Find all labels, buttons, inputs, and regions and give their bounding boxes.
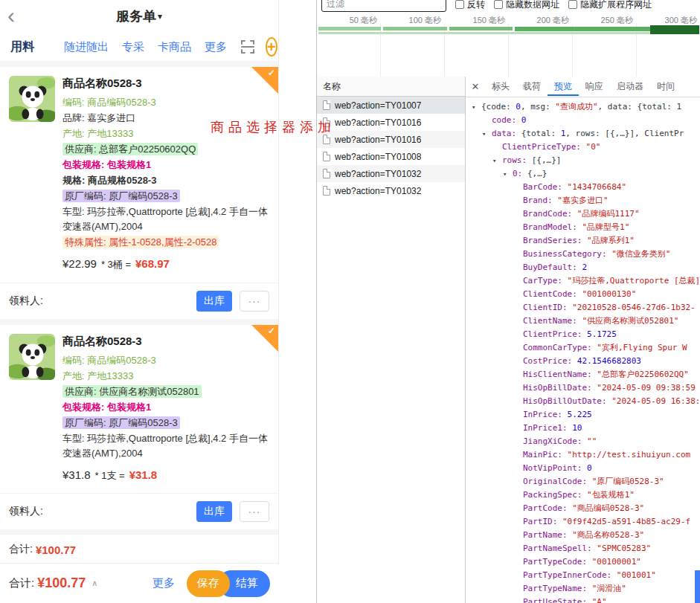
column-header-name[interactable]: 名称 xyxy=(317,77,465,97)
expand-arrow-icon[interactable]: ▾ xyxy=(503,167,513,181)
subtotal-value: ¥100.77 xyxy=(36,544,76,556)
json-key: CommonCarType: xyxy=(523,343,597,352)
json-value: 0 xyxy=(587,463,592,473)
checkbox-icon[interactable] xyxy=(494,0,503,9)
divider-band xyxy=(0,61,278,67)
picker-row: 领料人: 出库 ··· xyxy=(0,493,278,529)
product-image[interactable] xyxy=(9,76,55,122)
detail-tab[interactable]: 时间 xyxy=(650,77,681,96)
json-key: PartID: xyxy=(523,517,562,526)
json-value: {,…} xyxy=(527,169,548,178)
caret-up-icon[interactable]: ∧ xyxy=(91,578,97,588)
expand-arrow-icon[interactable]: ▾ xyxy=(492,154,502,167)
json-key: CostPrice: xyxy=(523,356,577,366)
divider-band xyxy=(0,319,278,325)
product-field: 车型: 玛莎拉蒂,Quattroporte [总裁],4.2 手自一体变速器(A… xyxy=(62,206,268,232)
tree-line: PackingSpec: "包装规格1" xyxy=(466,488,700,502)
json-key: data: xyxy=(492,129,521,138)
filter-input[interactable] xyxy=(321,0,446,12)
network-request-row[interactable]: web?action=TY01007 xyxy=(317,97,465,114)
hide-data-urls-checkbox[interactable]: 隐藏数据网址 xyxy=(494,0,559,13)
json-value: "包装规格1" xyxy=(587,490,635,500)
product-card[interactable]: ✓ 商品名称0528-3 编码: 商品编码0528-3品牌: 嘉实多进口产地: … xyxy=(0,67,278,283)
page-title[interactable]: 服务单 xyxy=(116,7,156,25)
json-value: "2024-05-09 16:38: xyxy=(611,396,700,406)
detail-tab[interactable]: 响应 xyxy=(579,77,610,96)
devtools-panel: 反转 隐藏数据网址 隐藏扩展程序网址 50 毫秒100 毫秒150 毫秒200 … xyxy=(316,0,700,603)
tree-line: ClientPrice: 5.1725 xyxy=(466,328,700,341)
json-key: NotVipPoint: xyxy=(523,463,587,473)
check-icon: ✓ xyxy=(268,68,275,78)
request-name: web?action=TY01032 xyxy=(335,169,421,179)
more-options-button[interactable]: ··· xyxy=(240,291,269,312)
product-field: 供应商: 总部客户02250602QQ xyxy=(62,143,198,155)
network-request-row[interactable]: web?action=TY01032 xyxy=(317,165,465,182)
tree-line[interactable]: ▾data: {total: 1, rows: [{,…}], ClientPr xyxy=(466,127,700,141)
product-field: 产地: 产地13333 xyxy=(62,370,133,381)
tab-4[interactable]: 更多 xyxy=(205,40,227,54)
hide-extension-urls-checkbox[interactable]: 隐藏扩展程序网址 xyxy=(568,0,652,13)
tree-line: InPrice: 5.225 xyxy=(466,408,700,422)
json-value: "供应商名称测试052801" xyxy=(582,316,678,326)
json-key: HisClientName: xyxy=(523,370,597,379)
request-detail-pane: ✕ 标头载荷预览响应启动器时间 ▾{code: 0, msg: "查询成功", … xyxy=(466,77,700,603)
outbound-button[interactable]: 出库 xyxy=(196,501,232,522)
detail-tab[interactable]: 预览 xyxy=(548,77,579,96)
product-title: 商品名称0528-3 xyxy=(62,334,269,349)
product-card[interactable]: ✓ 商品名称0528-3 编码: 商品编码0528-3产地: 产地13333供应… xyxy=(0,325,278,493)
invert-checkbox[interactable]: 反转 xyxy=(455,0,485,13)
tree-line: HisClientName: "总部客户02250602QQ" xyxy=(466,368,700,381)
checkbox-label: 反转 xyxy=(467,0,485,11)
add-button[interactable]: + xyxy=(266,37,277,57)
scan-icon[interactable] xyxy=(240,39,255,55)
tree-line[interactable]: ▾0: {,…} xyxy=(466,167,700,181)
detail-tab[interactable]: 启动器 xyxy=(610,77,650,96)
tree-line[interactable]: ▾{code: 0, msg: "查询成功", data: {total: 1 xyxy=(466,100,700,114)
document-icon xyxy=(323,169,330,178)
tree-line: PartCode: "商品编码0528-3" xyxy=(466,502,700,515)
timeline-overview[interactable]: 50 毫秒100 毫秒150 毫秒200 毫秒250 毫秒300 毫秒 xyxy=(317,13,700,77)
timeline-bar xyxy=(318,32,650,34)
more-link[interactable]: 更多 xyxy=(152,576,175,590)
detail-tab[interactable]: 载荷 xyxy=(516,77,548,96)
tree-line: Brand: "嘉实多进口" xyxy=(466,194,700,207)
json-key: ClientID: xyxy=(523,303,572,312)
tree-line: HisOpBillOutDate: "2024-05-09 16:38: xyxy=(466,395,700,408)
json-value: "http://test.sihuiyun.com xyxy=(568,450,691,459)
json-value: 5.225 xyxy=(568,410,592,419)
outbound-button[interactable]: 出库 xyxy=(196,291,232,312)
json-value: {code: xyxy=(481,102,516,112)
detail-tab[interactable]: 标头 xyxy=(485,77,516,96)
tree-line: BarCode: "1434706684" xyxy=(466,181,700,194)
json-key: code: xyxy=(492,115,521,125)
expand-arrow-icon[interactable]: ▾ xyxy=(472,100,481,114)
document-icon xyxy=(323,100,330,110)
tree-line: ClientID: "20210528-0546-27d6-1b32- xyxy=(466,301,700,315)
tree-line[interactable]: ▾rows: [{,…}] xyxy=(466,154,700,167)
network-request-row[interactable]: web?action=TY01016 xyxy=(317,114,465,131)
checkbox-icon[interactable] xyxy=(568,0,577,9)
detail-tabs: ✕ 标头载荷预览响应启动器时间 xyxy=(466,77,700,97)
save-button[interactable]: 保存 xyxy=(187,570,230,597)
scrollbar-thumb[interactable] xyxy=(695,570,700,603)
product-image[interactable] xyxy=(9,334,55,380)
tab-2[interactable]: 专采 xyxy=(122,40,144,54)
network-request-row[interactable]: web?action=TY01032 xyxy=(317,182,465,199)
tab-3[interactable]: 卡商品 xyxy=(158,40,191,54)
close-icon[interactable]: ✕ xyxy=(466,81,485,92)
back-icon[interactable]: ‹ xyxy=(7,3,15,28)
checkbox-icon[interactable] xyxy=(455,0,464,9)
more-options-button[interactable]: ··· xyxy=(240,501,269,522)
expand-arrow-icon[interactable]: ▾ xyxy=(482,127,492,141)
tick-label: 300 毫秒 xyxy=(652,15,697,26)
tab-1[interactable]: 随进随出 xyxy=(64,40,109,54)
network-request-row[interactable]: web?action=TY01008 xyxy=(317,148,465,165)
network-request-row[interactable]: web?action=TY01016 xyxy=(317,131,465,148)
tree-line: ClientCode: "001000130" xyxy=(466,288,700,301)
json-key: PartTypeName: xyxy=(523,584,592,593)
tree-line: BusinessCategory: "微信业务类别" xyxy=(466,248,700,261)
total-label: 合计: xyxy=(9,576,34,590)
json-value: "0f9f42d5-a591-4b85-ac29-f xyxy=(562,517,690,526)
json-value: "品牌型号1" xyxy=(582,222,629,232)
tab-0[interactable]: 用料 xyxy=(10,39,34,55)
